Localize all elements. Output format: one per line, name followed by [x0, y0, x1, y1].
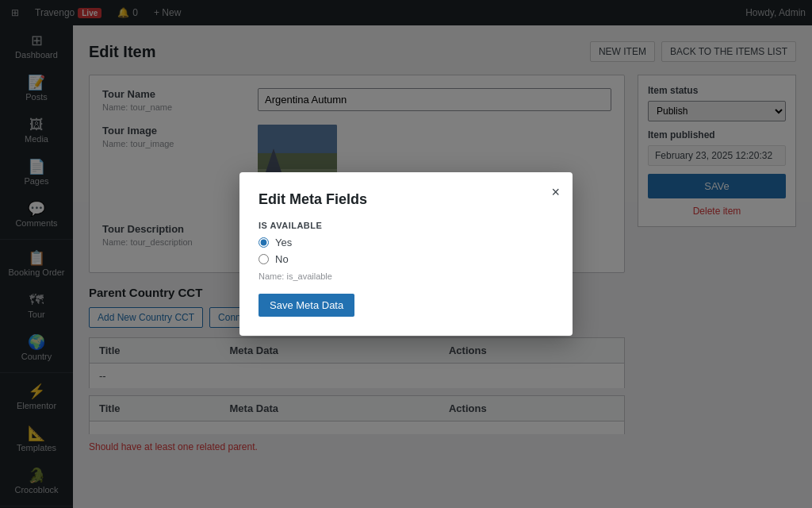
modal-overlay[interactable]: Edit Meta Fields × IS AVAILABLE Yes No N…	[0, 0, 812, 508]
radio-no-input[interactable]	[259, 254, 269, 264]
radio-no-label: No	[275, 253, 289, 265]
save-meta-button[interactable]: Save Meta Data	[259, 294, 354, 317]
modal-close-button[interactable]: ×	[551, 185, 560, 199]
modal-title: Edit Meta Fields	[259, 191, 553, 208]
radio-yes-label: Yes	[275, 237, 292, 248]
radio-no[interactable]: No	[259, 253, 553, 265]
edit-meta-fields-modal: Edit Meta Fields × IS AVAILABLE Yes No N…	[239, 172, 573, 336]
modal-field-label: IS AVAILABLE	[259, 221, 553, 230]
radio-yes[interactable]: Yes	[259, 237, 553, 248]
radio-group-available: Yes No	[259, 237, 553, 265]
radio-yes-input[interactable]	[259, 237, 269, 248]
modal-field-name: Name: is_available	[259, 271, 553, 281]
